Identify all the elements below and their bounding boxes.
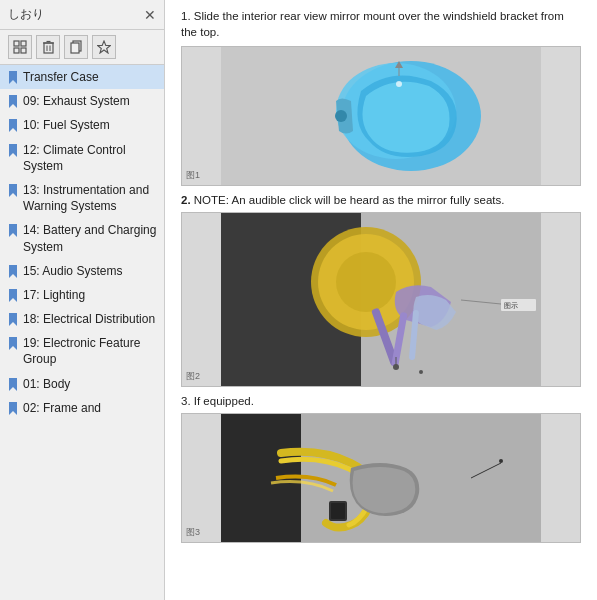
bookmark-icon	[8, 71, 18, 84]
sidebar-item-label: 09: Exhaust System	[23, 93, 158, 109]
bookmark-icon	[8, 119, 18, 132]
sidebar-item-label: 14: Battery and Charging System	[23, 222, 158, 254]
bookmark-icon	[8, 144, 18, 157]
trash-icon	[42, 40, 55, 54]
svg-point-15	[335, 110, 347, 122]
bookmark-icon	[8, 378, 18, 391]
bookmark-icon	[8, 95, 18, 108]
sidebar-item-electronic-feat[interactable]: 19: Electronic Feature Group	[0, 331, 164, 371]
bookmark-icon	[8, 337, 18, 350]
sidebar-item-label: 02: Frame and	[23, 400, 158, 416]
sidebar-item-label: 10: Fuel System	[23, 117, 158, 133]
svg-rect-36	[331, 503, 345, 519]
sidebar-item-label: 18: Electrical Distribution	[23, 311, 158, 327]
sidebar-item-fuel[interactable]: 10: Fuel System	[0, 113, 164, 137]
sidebar-item-exhaust[interactable]: 09: Exhaust System	[0, 89, 164, 113]
sidebar-toolbar	[0, 30, 164, 65]
toolbar-copy-button[interactable]	[64, 35, 88, 59]
sidebar-item-label: 01: Body	[23, 376, 158, 392]
image-3: 图3	[181, 413, 581, 543]
sidebar: しおり ✕	[0, 0, 165, 600]
sidebar-item-label: 13: Instrumentation and Warning Systems	[23, 182, 158, 214]
img1-label: 图1	[186, 169, 200, 182]
svg-point-23	[336, 252, 396, 312]
sidebar-item-label: Transfer Case	[23, 69, 158, 85]
svg-point-38	[499, 459, 503, 463]
bookmark-icon	[8, 402, 18, 415]
sidebar-item-lighting[interactable]: 17: Lighting	[0, 283, 164, 307]
sidebar-item-climate[interactable]: 12: Climate Control System	[0, 138, 164, 178]
tech-svg: 图示	[182, 212, 580, 387]
note2-text: 2. NOTE: An audible click will be heard …	[181, 194, 581, 206]
star-icon	[97, 40, 111, 54]
sidebar-item-label: 17: Lighting	[23, 287, 158, 303]
bookmark-icon	[8, 313, 18, 326]
close-icon[interactable]: ✕	[144, 8, 156, 22]
image-1: 图1	[181, 46, 581, 186]
sidebar-header: しおり ✕	[0, 0, 164, 30]
sidebar-item-audio[interactable]: 15: Audio Systems	[0, 259, 164, 283]
sidebar-item-label: 15: Audio Systems	[23, 263, 158, 279]
sidebar-item-transfer-case[interactable]: Transfer Case	[0, 65, 164, 89]
svg-rect-3	[21, 48, 26, 53]
toolbar-star-button[interactable]	[92, 35, 116, 59]
bookmark-icon	[8, 289, 18, 302]
grid-icon	[13, 40, 27, 54]
image-2: 图示 图2	[181, 212, 581, 387]
mirror-svg	[182, 46, 580, 186]
step3-text: 3. If equipped.	[181, 395, 581, 407]
svg-point-16	[396, 81, 402, 87]
copy-icon	[70, 40, 83, 54]
img3-label: 图3	[186, 526, 200, 539]
toolbar-grid-button[interactable]	[8, 35, 32, 59]
sidebar-item-label: 12: Climate Control System	[23, 142, 158, 174]
bookmark-icon	[8, 224, 18, 237]
step1-text: 1. Slide the interior rear view mirror m…	[181, 8, 581, 40]
svg-rect-1	[21, 41, 26, 46]
svg-rect-4	[44, 43, 53, 53]
sidebar-title: しおり	[8, 6, 44, 23]
svg-text:图示: 图示	[504, 302, 518, 309]
sidebar-item-battery[interactable]: 14: Battery and Charging System	[0, 218, 164, 258]
bookmark-icon	[8, 184, 18, 197]
sidebar-item-body[interactable]: 01: Body	[0, 372, 164, 396]
sidebar-item-frame[interactable]: 02: Frame and	[0, 396, 164, 420]
main-content: 1. Slide the interior rear view mirror m…	[165, 0, 597, 600]
bookmark-icon	[8, 265, 18, 278]
svg-rect-0	[14, 41, 19, 46]
svg-marker-11	[98, 41, 111, 53]
svg-rect-10	[71, 43, 79, 53]
img2-label: 图2	[186, 370, 200, 383]
sidebar-item-instrumentation[interactable]: 13: Instrumentation and Warning Systems	[0, 178, 164, 218]
sidebar-item-label: 19: Electronic Feature Group	[23, 335, 158, 367]
svg-rect-2	[14, 48, 19, 53]
sidebar-list: Transfer Case09: Exhaust System10: Fuel …	[0, 65, 164, 600]
sidebar-item-electrical-dist[interactable]: 18: Electrical Distribution	[0, 307, 164, 331]
toolbar-delete-button[interactable]	[36, 35, 60, 59]
svg-point-32	[419, 370, 423, 374]
wire-svg	[182, 413, 580, 543]
